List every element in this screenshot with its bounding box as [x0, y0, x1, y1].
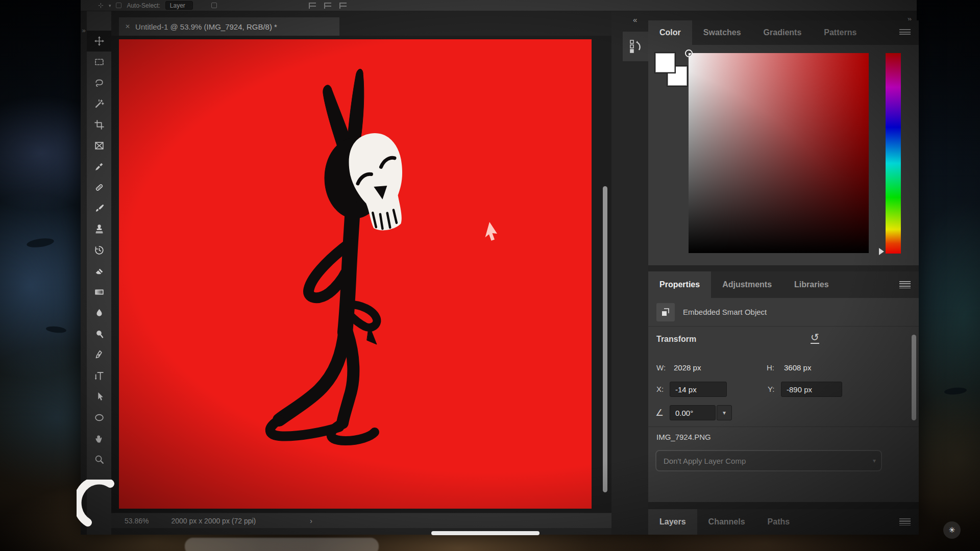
vignette-overlay — [0, 0, 980, 551]
home-indicator[interactable] — [431, 531, 540, 535]
screen: ⊹ ▾ Auto-Select: Layer » — [0, 0, 980, 551]
settings-sparkle-icon[interactable]: ✳ — [943, 521, 961, 539]
frosted-reflection — [185, 538, 379, 551]
white-crescent-object — [77, 480, 122, 531]
foreground-color-swatch[interactable] — [655, 53, 675, 72]
